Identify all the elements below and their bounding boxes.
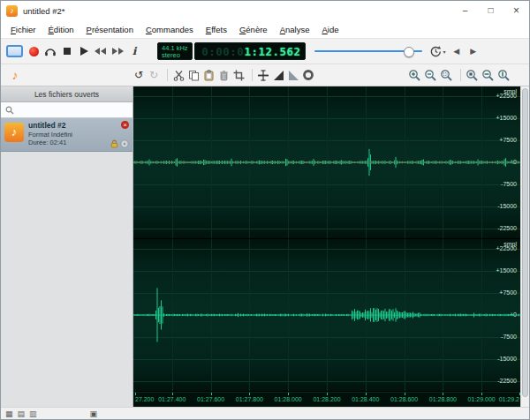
- files-panel-icon[interactable]: ♪: [6, 66, 24, 84]
- info-button[interactable]: i: [128, 42, 140, 60]
- toolbar-separator: [252, 69, 253, 81]
- loop-button[interactable]: [302, 66, 314, 84]
- channels-value: stereo: [162, 52, 188, 59]
- paste-button[interactable]: [202, 66, 215, 84]
- nav-forward-button[interactable]: ▶: [467, 42, 480, 60]
- timeline-label: 01:29.000: [468, 396, 496, 402]
- file-title: untitled #2: [28, 121, 72, 131]
- scale-label: -7500: [501, 334, 517, 341]
- sidebar-files-panel: Les fichiers ouverts ♪ untitled #2 Forma…: [1, 86, 133, 407]
- maximize-button[interactable]: □: [478, 1, 504, 20]
- delete-button[interactable]: [217, 66, 230, 84]
- timeline-label: 01:27.600: [197, 396, 224, 402]
- file-list-empty-area: [1, 152, 132, 407]
- redo-button[interactable]: ↻: [148, 66, 160, 84]
- scale-label: -7500: [501, 181, 517, 188]
- crop-button[interactable]: [232, 66, 245, 84]
- scale-label: +0: [510, 311, 517, 319]
- fade-out-icon: [288, 70, 299, 81]
- menu-gnre[interactable]: Génère: [233, 25, 274, 34]
- playback-slider[interactable]: [314, 44, 422, 58]
- history-clock-icon: [429, 45, 443, 58]
- titlebar: ♪ untitled #2* – □ ×: [1, 1, 529, 20]
- menu-dition[interactable]: Édition: [42, 25, 80, 34]
- crop-icon: [233, 70, 245, 81]
- trash-icon: [218, 70, 230, 81]
- window-title: untitled #2*: [23, 6, 452, 16]
- menu-prsentation[interactable]: Présentation: [80, 25, 140, 34]
- scrollbar-thumb[interactable]: [522, 88, 528, 397]
- rewind-icon: [95, 48, 100, 55]
- timeline-label: 01:28.000: [275, 396, 302, 402]
- zoom-all-button[interactable]: [466, 66, 479, 84]
- scale-label: -22500: [497, 378, 517, 385]
- files-panel-header: Les fichiers ouverts: [1, 86, 132, 102]
- ibeam-selection-icon: [257, 70, 269, 81]
- selection-tool-button[interactable]: [257, 66, 269, 84]
- headphones-icon: [44, 45, 57, 57]
- zoom-vertical-icon: [497, 69, 511, 82]
- zoom-in-icon: [408, 69, 421, 82]
- edit-tools-group: ↺ ↻: [132, 66, 317, 84]
- view-grid-icon[interactable]: ▦: [5, 409, 13, 419]
- menu-analyse[interactable]: Analyse: [274, 25, 316, 34]
- search-icon: [5, 106, 14, 115]
- scale-label: +7500: [499, 137, 517, 144]
- rewind-button[interactable]: [95, 42, 107, 60]
- waveform-channel-left[interactable]: smpl+22500+15000+7500+0-7500-15000-22500: [133, 86, 520, 239]
- selection-rect-icon: [6, 45, 23, 57]
- forward-button[interactable]: [111, 42, 124, 60]
- view-rows-icon[interactable]: ▤: [18, 409, 26, 419]
- timeline-label: 27.200: [135, 396, 154, 402]
- play-button[interactable]: [78, 42, 90, 60]
- file-item-untitled-2[interactable]: ♪ untitled #2 Format Indéfini Durée: 02:…: [1, 118, 132, 152]
- nav-back-button[interactable]: ◀: [450, 42, 463, 60]
- vertical-scrollbar[interactable]: [520, 86, 529, 407]
- file-search-box[interactable]: [1, 102, 132, 118]
- file-duration: Durée: 02:41: [28, 139, 72, 146]
- copy-button[interactable]: [187, 66, 200, 84]
- slider-knob[interactable]: [404, 47, 414, 57]
- view-columns-icon[interactable]: ▥: [29, 409, 37, 419]
- scale-label: -22500: [497, 225, 517, 232]
- history-button[interactable]: ▾: [429, 42, 446, 60]
- close-button[interactable]: ×: [504, 1, 529, 20]
- timeline[interactable]: 27.20001:27.40001:27.60001:27.80001:28.0…: [133, 392, 520, 407]
- stop-icon: [64, 48, 71, 55]
- cut-button[interactable]: [172, 66, 185, 84]
- toggle-panel-icon[interactable]: ▣: [90, 409, 98, 419]
- time-display: 0:00:01:12.562: [194, 42, 306, 60]
- menu-effets[interactable]: Effets: [200, 25, 233, 34]
- waveform-channel-right[interactable]: smpl+22500+15000+7500+0-7500-15000-22500: [133, 239, 520, 392]
- record-button[interactable]: [27, 42, 40, 60]
- file-note-glyph: ♪: [11, 125, 18, 139]
- scale-label: -15000: [497, 356, 517, 363]
- menu-fichier[interactable]: Fichier: [4, 25, 42, 34]
- undo-button[interactable]: ↺: [132, 66, 145, 84]
- fade-out-button[interactable]: [287, 66, 299, 84]
- zoom-tools-group: [408, 66, 513, 84]
- close-file-button[interactable]: ×: [121, 121, 129, 129]
- scale-label: -15000: [497, 203, 517, 210]
- timeline-label: 01:28.800: [429, 396, 457, 402]
- monitor-button[interactable]: [44, 42, 57, 60]
- menu-commandes[interactable]: Commandes: [140, 25, 200, 34]
- selection-mode-button[interactable]: [6, 42, 23, 60]
- search-input[interactable]: [17, 105, 128, 115]
- fade-in-button[interactable]: [272, 66, 284, 84]
- scale-label: +15000: [496, 267, 517, 274]
- menu-aide[interactable]: Aide: [315, 25, 344, 34]
- fade-in-icon: [273, 70, 284, 81]
- minimize-button[interactable]: –: [452, 1, 478, 20]
- zoom-in-button[interactable]: [408, 66, 421, 84]
- record-icon: [29, 47, 39, 56]
- paste-icon: [203, 70, 215, 81]
- zoom-selection-button[interactable]: [440, 66, 453, 84]
- zoom-horizontal-button[interactable]: [481, 66, 495, 84]
- stop-button[interactable]: [61, 42, 73, 60]
- forward-icon-2: [118, 48, 124, 55]
- zoom-vertical-button[interactable]: [497, 66, 511, 84]
- zoom-out-button[interactable]: [424, 66, 437, 84]
- rewind-icon-2: [101, 48, 106, 55]
- app-window: ♪ untitled #2* – □ × FichierÉditionPrése…: [0, 0, 530, 420]
